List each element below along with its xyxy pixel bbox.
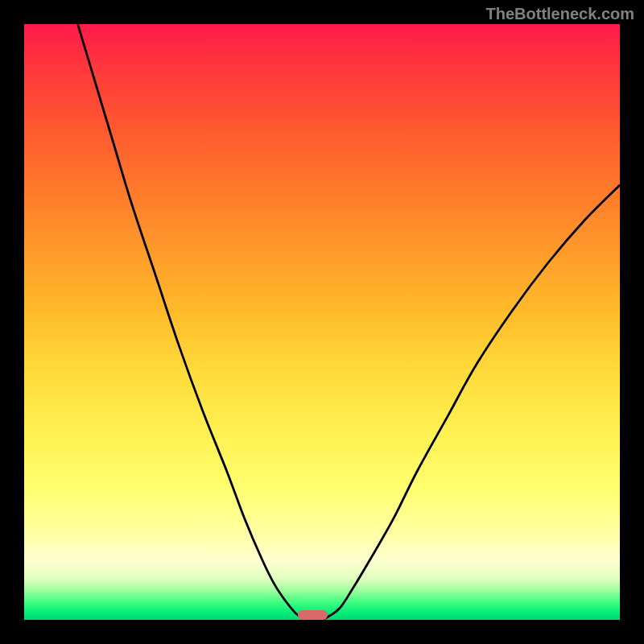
chart-curves-svg xyxy=(24,24,620,620)
right-curve-path xyxy=(322,185,620,620)
bottleneck-marker xyxy=(298,610,328,620)
left-curve-path xyxy=(78,24,304,620)
watermark-text: TheBottleneck.com xyxy=(486,5,634,23)
chart-plot-area xyxy=(24,24,620,620)
